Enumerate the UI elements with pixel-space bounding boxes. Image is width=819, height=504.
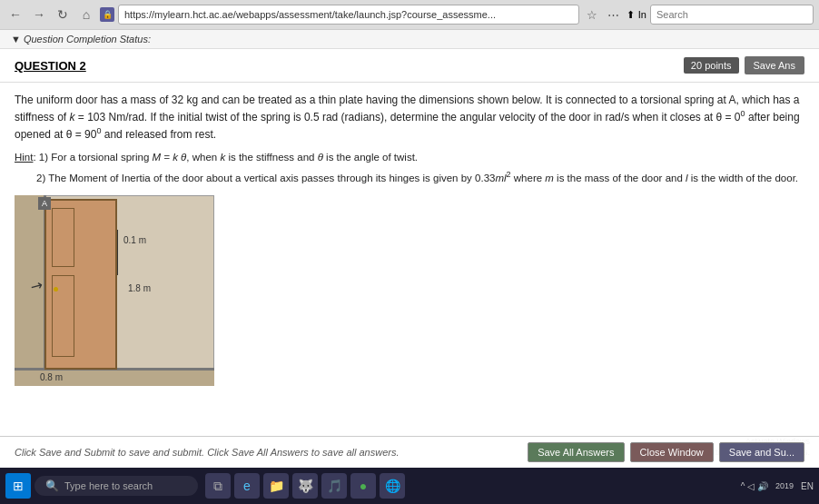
taskbar-app-app1[interactable]: 🐺 <box>292 473 318 499</box>
taskbar-app-app3[interactable]: ● <box>350 473 376 499</box>
close-window-button[interactable]: Close Window <box>630 442 714 462</box>
hint1-text: Hint: 1) For a torsional spring M = k θ,… <box>15 150 804 165</box>
start-button[interactable]: ⊞ <box>5 473 31 499</box>
save-submit-button[interactable]: Save and Su... <box>719 442 804 462</box>
taskbar-search-text: Type here to search <box>64 480 153 491</box>
taskbar-app-app2[interactable]: 🎵 <box>321 473 347 499</box>
in-icon: In <box>638 9 646 20</box>
completion-bar: ▼ Question Completion Status: <box>0 30 819 49</box>
taskbar-search-bar[interactable]: 🔍 Type here to search <box>35 476 198 496</box>
door-panel <box>44 199 117 370</box>
page-content: ▼ Question Completion Status: QUESTION 2… <box>0 30 819 469</box>
bookmark-icon[interactable]: ☆ <box>583 5 601 24</box>
save-answer-button[interactable]: Save Ans <box>745 56 804 74</box>
question-text: The uniform door has a mass of 32 kg and… <box>15 92 804 143</box>
forward-button[interactable]: → <box>29 5 49 25</box>
language-indicator: EN <box>801 481 814 491</box>
security-icon: 🔒 <box>103 10 113 19</box>
hint2-text: 2) The Moment of Inertia of the door abo… <box>36 169 804 186</box>
back-button[interactable]: ← <box>5 5 25 25</box>
search-input[interactable] <box>650 5 814 25</box>
question-title: QUESTION 2 <box>15 59 86 73</box>
reload-button[interactable]: ↻ <box>53 5 73 25</box>
bottom-instruction-text: Click Save and Submit to save and submit… <box>15 447 399 458</box>
label-18m: 1.8 m <box>128 282 151 295</box>
taskbar-app-edge[interactable]: e <box>234 473 260 499</box>
menu-icon[interactable]: ⋯ <box>605 5 623 24</box>
taskbar-app-app4[interactable]: 🌐 <box>380 473 405 499</box>
dim-line-01m <box>117 230 118 275</box>
question-body: The uniform door has a mass of 32 kg and… <box>0 83 819 422</box>
browser-chrome: ← → ↻ ⌂ 🔒 ☆ ⋯ ⬆ In <box>0 0 819 30</box>
taskbar-time-area: 2019 <box>775 481 794 490</box>
question-header: QUESTION 2 20 points Save Ans <box>0 49 819 83</box>
taskbar-right: ^ ◁ 🔊 2019 EN <box>741 481 814 491</box>
taskbar-apps: ⧉ e 📁 🐺 🎵 ● 🌐 <box>205 473 405 499</box>
taskbar-app-explorer[interactable]: 📁 <box>263 473 289 499</box>
label-01m: 0.1 m <box>123 233 146 247</box>
share-icon[interactable]: ⬆ <box>627 9 635 21</box>
home-button[interactable]: ⌂ <box>76 5 96 25</box>
corner-a: A <box>38 197 51 210</box>
toolbar-icons: ☆ ⋯ <box>583 5 623 24</box>
bottom-instruction-bar: Click Save and Submit to save and submit… <box>0 436 819 468</box>
diagram-container: ↗ 0.1 m 1.8 m 0.8 m A <box>15 195 214 404</box>
save-all-answers-button[interactable]: Save All Answers <box>528 442 624 462</box>
taskbar-system-tray: ^ ◁ 🔊 <box>741 481 768 491</box>
browser-toolbar: ← → ↻ ⌂ 🔒 ☆ ⋯ ⬆ In <box>0 0 819 29</box>
points-badge: 20 points <box>684 57 739 74</box>
door-panel-top <box>52 208 74 267</box>
taskbar: ⊞ 🔍 Type here to search ⧉ e 📁 🐺 🎵 ● 🌐 ^ … <box>0 468 819 504</box>
taskbar-app-task-view[interactable]: ⧉ <box>205 473 231 499</box>
label-08m: 0.8 m <box>40 371 63 384</box>
bottom-buttons: Save All Answers Close Window Save and S… <box>528 442 804 462</box>
taskbar-search-icon: 🔍 <box>45 479 59 492</box>
points-save-area: 20 points Save Ans <box>684 56 804 74</box>
address-bar[interactable] <box>118 5 579 25</box>
